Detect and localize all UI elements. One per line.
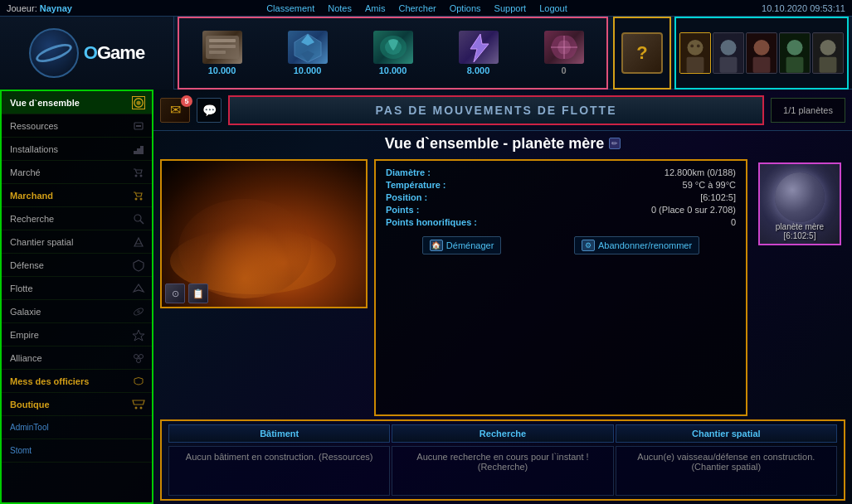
- svg-point-46: [139, 354, 144, 358]
- rename-button[interactable]: ⚙ Abandonner/renommer: [574, 236, 699, 254]
- svg-rect-34: [140, 146, 144, 154]
- stat-temperature-row: Température : 59 °C à 99°C: [386, 180, 736, 190]
- construction-header-recherche: Recherche: [392, 424, 613, 443]
- officer-face-4: [780, 33, 810, 73]
- sidebar-item-admintool[interactable]: AdminTool: [2, 416, 152, 439]
- resource-dm[interactable]: 0: [523, 31, 606, 75]
- svg-point-49: [140, 406, 143, 409]
- nav-options[interactable]: Options: [450, 3, 481, 13]
- construction-cell-recherche: Aucune recherche en cours pour l`instant…: [392, 446, 613, 496]
- sidebar-item-mess-officiers[interactable]: Mess des officiers: [2, 370, 152, 393]
- rename-planet-icon[interactable]: ✏: [609, 138, 621, 149]
- sidebar-item-vue-ensemble[interactable]: Vue d`ensemble: [2, 91, 152, 114]
- nav-amis[interactable]: Amis: [365, 3, 385, 13]
- sidebar-icon-recherche: [132, 212, 145, 225]
- svg-line-40: [140, 220, 144, 224]
- page-title: Vue d`ensemble - planète mère: [385, 135, 604, 153]
- resource-metal[interactable]: 10.000: [181, 31, 264, 75]
- svg-rect-31: [136, 125, 141, 127]
- svg-point-26: [820, 39, 836, 55]
- thumbnail-planet-sphere: [775, 172, 825, 222]
- page-title-bar: Vue d`ensemble - planète mère ✏: [153, 131, 852, 156]
- svg-rect-1: [209, 39, 236, 42]
- officer-face-2: [713, 33, 743, 73]
- resource-energy[interactable]: 8.000: [437, 31, 520, 75]
- sidebar-item-flotte[interactable]: Flotte: [2, 277, 152, 300]
- sidebar-item-installations[interactable]: Installations: [2, 138, 152, 161]
- temperature-label: Température :: [386, 180, 446, 190]
- datetime: 10.10.2020 09:53:11: [762, 3, 845, 13]
- resource-deut[interactable]: 10.000: [352, 31, 435, 75]
- thumbnail-name: planète mère: [776, 222, 824, 231]
- stat-diameter-row: Diamètre : 12.800km (0/188): [386, 167, 736, 177]
- mail-icon: ✉: [170, 102, 181, 118]
- sidebar-item-ressources[interactable]: Ressources: [2, 114, 152, 138]
- svg-point-17: [721, 39, 737, 55]
- planet-icon-buttons: ⊙ 📋: [165, 284, 208, 303]
- top-navigation-bar: Joueur: Naynay Classement Notes Amis Che…: [0, 0, 852, 17]
- chat-button[interactable]: 💬: [197, 98, 222, 123]
- move-label: Déménager: [446, 240, 494, 250]
- sidebar-item-defense[interactable]: Défense: [2, 254, 152, 277]
- help-button[interactable]: ?: [621, 32, 663, 74]
- sidebar-item-galaxie[interactable]: Galaxie: [2, 300, 152, 323]
- sidebar-item-chantier[interactable]: Chantier spatial: [2, 230, 152, 254]
- officer-portrait-1[interactable]: [679, 32, 711, 74]
- top-nav-links: Classement Notes Amis Chercher Options S…: [266, 3, 567, 13]
- sidebar-item-alliance[interactable]: Alliance: [2, 346, 152, 370]
- svg-rect-21: [753, 56, 771, 72]
- planet-button-2[interactable]: 📋: [188, 284, 208, 303]
- sidebar-label-flotte: Flotte: [10, 284, 33, 293]
- construction-content: Aucun bâtiment en construction. (Ressour…: [168, 446, 837, 496]
- sidebar-label-installations: Installations: [10, 144, 58, 154]
- officer-portrait-4[interactable]: [779, 32, 811, 74]
- officer-portrait-2[interactable]: [713, 32, 744, 74]
- construction-header-chantier: Chantier spatial: [616, 424, 837, 443]
- crystal-icon: [288, 31, 328, 64]
- sidebar-icon-defense: [132, 259, 145, 272]
- nav-logout[interactable]: Logout: [539, 3, 567, 13]
- svg-point-45: [134, 354, 139, 358]
- fleet-movement-bar: PAS DE MOUVEMENTS DE FLOTTE: [228, 95, 764, 125]
- svg-point-39: [134, 215, 141, 221]
- honorpoints-label: Points honorifiques :: [386, 217, 477, 227]
- move-button[interactable]: 🏠 Déménager: [422, 236, 501, 254]
- messages-button[interactable]: ✉ 5: [160, 98, 190, 123]
- logo-text: OGame: [84, 42, 144, 64]
- sidebar-item-marchand[interactable]: Marchand: [2, 184, 152, 207]
- nav-support[interactable]: Support: [494, 3, 527, 13]
- sidebar-item-marche[interactable]: Marché: [2, 161, 152, 184]
- svg-rect-33: [137, 148, 140, 154]
- sidebar-item-stomt[interactable]: Stomt: [2, 439, 152, 463]
- sidebar-item-recherche[interactable]: Recherche: [2, 207, 152, 230]
- sidebar-label-recherche: Recherche: [10, 214, 54, 224]
- planet-button-1[interactable]: ⊙: [165, 284, 185, 303]
- nav-notes[interactable]: Notes: [328, 3, 352, 13]
- sidebar-icon-flotte: [132, 282, 145, 295]
- svg-point-35: [135, 174, 138, 177]
- dm-icon: [544, 31, 584, 64]
- svg-rect-2: [209, 45, 236, 48]
- sidebar-item-boutique[interactable]: Boutique: [2, 393, 152, 416]
- planet-stats: Diamètre : 12.800km (0/188) Température …: [374, 159, 747, 416]
- sidebar-label-marche: Marché: [10, 167, 41, 177]
- sidebar-icon-galaxie: [132, 305, 145, 318]
- sidebar-item-empire[interactable]: Empire: [2, 323, 152, 346]
- planets-count-text: 1/1 planètes: [783, 105, 833, 115]
- construction-cell-chantier: Aucun(e) vaisseau/défense en constructio…: [616, 446, 837, 496]
- sidebar-label-vue-ensemble: Vue d`ensemble: [10, 98, 80, 108]
- svg-point-15: [697, 44, 700, 47]
- resource-crystal[interactable]: 10.000: [266, 31, 349, 75]
- svg-rect-32: [134, 151, 137, 154]
- officer-portrait-5[interactable]: [812, 32, 844, 74]
- fleet-bar: ✉ 5 💬 PAS DE MOUVEMENTS DE FLOTTE 1/1 pl…: [153, 90, 852, 131]
- nav-chercher[interactable]: Chercher: [398, 3, 436, 13]
- sidebar-icon-chantier: [132, 235, 145, 249]
- nav-classement[interactable]: Classement: [266, 3, 314, 13]
- svg-rect-27: [820, 56, 837, 72]
- officer-portrait-3[interactable]: [746, 32, 777, 74]
- sidebar-label-ressources: Ressources: [10, 121, 58, 131]
- messages-badge: 5: [181, 95, 192, 107]
- planet-thumbnail[interactable]: planète mère [6:102:5]: [758, 162, 841, 245]
- svg-rect-18: [720, 56, 738, 72]
